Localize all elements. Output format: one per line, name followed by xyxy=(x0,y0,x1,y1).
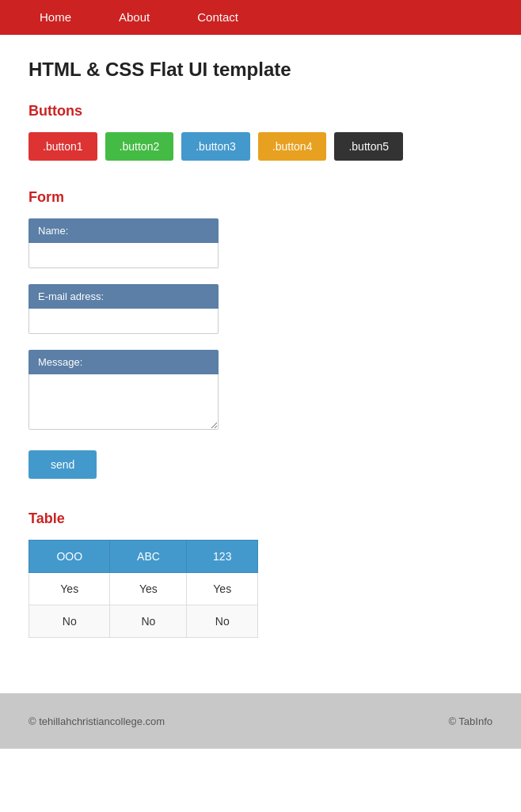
buttons-heading: Buttons xyxy=(29,103,492,120)
email-label: E-mail adress: xyxy=(29,284,219,309)
cell-no-1: No xyxy=(29,605,110,638)
form-heading: Form xyxy=(29,189,492,206)
message-field-group: Message: xyxy=(29,350,492,430)
page-title: HTML & CSS Flat UI template xyxy=(29,59,492,81)
email-field-group: E-mail adress: xyxy=(29,284,492,334)
button3[interactable]: .button3 xyxy=(181,132,250,161)
cell-yes-3: Yes xyxy=(187,573,258,605)
email-input[interactable] xyxy=(29,309,219,334)
name-label: Name: xyxy=(29,218,219,243)
send-button[interactable]: send xyxy=(29,450,97,479)
footer-info: © tehillahchristiancollege.com xyxy=(29,715,165,727)
main-content: HTML & CSS Flat UI template Buttons .but… xyxy=(0,35,521,693)
message-label: Message: xyxy=(29,350,219,374)
table-row: Yes Yes Yes xyxy=(29,573,258,605)
col-header-abc: ABC xyxy=(110,541,187,573)
table-header-row: OOO ABC 123 xyxy=(29,541,258,573)
navbar: Home About Contact xyxy=(0,0,521,35)
message-input[interactable] xyxy=(29,374,219,430)
cell-yes-1: Yes xyxy=(29,573,110,605)
name-input[interactable] xyxy=(29,243,219,268)
data-table: OOO ABC 123 Yes Yes Yes No No No xyxy=(29,540,258,638)
col-header-ooo: OOO xyxy=(29,541,110,573)
table-heading: Table xyxy=(29,510,492,527)
footer: © tehillahchristiancollege.com © TabInfo xyxy=(0,693,521,749)
form-section: Form Name: E-mail adress: Message: send xyxy=(29,189,492,479)
cell-yes-2: Yes xyxy=(110,573,187,605)
buttons-row: .button1 .button2 .button3 .button4 .but… xyxy=(29,132,492,161)
button1[interactable]: .button1 xyxy=(29,132,97,161)
cell-no-2: No xyxy=(110,605,187,638)
nav-item-contact[interactable]: Contact xyxy=(173,0,262,35)
name-field-group: Name: xyxy=(29,218,492,268)
cell-no-3: No xyxy=(187,605,258,638)
footer-tagline: © TabInfo xyxy=(448,715,492,727)
nav-item-home[interactable]: Home xyxy=(16,0,95,35)
buttons-section: Buttons .button1 .button2 .button3 .butt… xyxy=(29,103,492,161)
table-section: Table OOO ABC 123 Yes Yes Yes No No No xyxy=(29,510,492,638)
table-row: No No No xyxy=(29,605,258,638)
nav-item-about[interactable]: About xyxy=(95,0,173,35)
col-header-123: 123 xyxy=(187,541,258,573)
button5[interactable]: .button5 xyxy=(334,132,403,161)
button2[interactable]: .button2 xyxy=(105,132,174,161)
button4[interactable]: .button4 xyxy=(258,132,327,161)
